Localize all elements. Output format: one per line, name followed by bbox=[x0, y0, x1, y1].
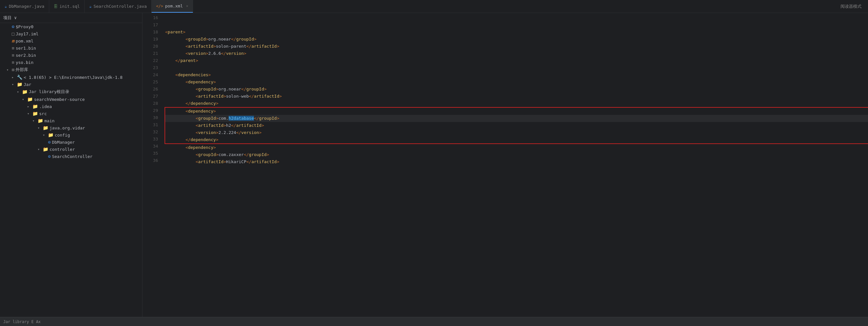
tree-item-jar[interactable]: ▾ 📁 Jar bbox=[0, 81, 142, 88]
xml-icon: </> bbox=[156, 4, 163, 8]
tree-item-idea[interactable]: ▸ 📁 .idea bbox=[0, 103, 142, 110]
tab-label: init.sql bbox=[60, 4, 80, 9]
tree-item-src[interactable]: ▾ 📁 src bbox=[0, 110, 142, 117]
expand-icon: ▾ bbox=[17, 90, 21, 94]
tree-item-label: Jar bbox=[24, 82, 31, 87]
code-line-20: <artifactId>solon-parent</artifactId> bbox=[165, 43, 868, 50]
code-line-17 bbox=[165, 21, 868, 29]
code-lines: <parent> <groupId>org.noear</groupId> <a… bbox=[162, 13, 868, 317]
tree-item-searchvmember[interactable]: ▾ 📁 searchVmember-source bbox=[0, 96, 142, 103]
code-line-16 bbox=[165, 14, 868, 21]
code-line-36: <artifactId>HikariCP</artifactId> bbox=[165, 158, 868, 165]
tree-item-label: ser1.bin bbox=[16, 46, 36, 51]
tree-item-controller[interactable]: ▾ 📁 controller bbox=[0, 146, 142, 153]
tree-item-searchcontroller[interactable]: ⊙ SearchController bbox=[0, 153, 142, 160]
code-line-23 bbox=[165, 64, 868, 71]
tree-item-label: SearchController bbox=[52, 154, 92, 159]
tab-init-sql[interactable]: 🗄 init.sql bbox=[49, 0, 85, 12]
tree-item-label: main bbox=[44, 118, 54, 123]
sidebar-title: 项目 ∨ bbox=[3, 15, 17, 21]
expand-icon: ▾ bbox=[37, 147, 41, 152]
tree-item-label: Jay17.iml bbox=[16, 31, 38, 36]
editor-content: 16 17 18 19 20 21 22 23 24 25 26 27 28 2… bbox=[143, 13, 868, 317]
code-line-21: <version>2.6.6</version> bbox=[165, 50, 868, 57]
tree-item-jdk18[interactable]: ▸ 🔧 < 1.8(65) > E:\Environment\Java\jdk-… bbox=[0, 74, 142, 81]
sidebar: 项目 ∨ ⊙ $Proxy0 □ Jay17.iml m pom.xml ≡ s… bbox=[0, 13, 143, 317]
tree-item-javaorgvidar[interactable]: ▾ 📁 java.org.vidar bbox=[0, 124, 142, 131]
expand-icon: ▾ bbox=[27, 112, 31, 116]
tab-label: SearchController.java bbox=[94, 4, 147, 9]
tree-item-ser1bin[interactable]: ≡ ser1.bin bbox=[0, 45, 142, 52]
tab-label: DbManager.java bbox=[9, 4, 44, 9]
expand-icon: ▾ bbox=[12, 82, 16, 87]
tree-item-main[interactable]: ▾ 📁 main bbox=[0, 117, 142, 124]
tab-close-button[interactable]: ✕ bbox=[186, 4, 188, 8]
java-icon: ☕ bbox=[4, 4, 7, 9]
java-icon-2: ☕ bbox=[89, 4, 91, 9]
tree-item-ser2bin[interactable]: ≡ ser2.bin bbox=[0, 52, 142, 59]
code-line-27: <artifactId>solon-web</artifactId> bbox=[165, 93, 868, 100]
jdk-icon: 🔧 bbox=[17, 75, 22, 80]
tree-item-label: controller bbox=[50, 147, 75, 152]
code-line-35: <groupId>com.zaxxer</groupId> bbox=[165, 151, 868, 158]
folder-icon-9: 📁 bbox=[43, 146, 48, 152]
tree-item-label: src bbox=[39, 111, 46, 116]
line-numbers: 16 17 18 19 20 21 22 23 24 25 26 27 28 2… bbox=[143, 13, 162, 317]
folder-icon-2: 📁 bbox=[22, 89, 28, 94]
editor-area[interactable]: 16 17 18 19 20 21 22 23 24 25 26 27 28 2… bbox=[143, 13, 868, 317]
red-border-box: <dependency> <groupId>com.h2database</gr… bbox=[164, 107, 868, 144]
sidebar-header[interactable]: 项目 ∨ bbox=[0, 13, 142, 23]
tree-item-pomxml[interactable]: m pom.xml bbox=[0, 37, 142, 45]
reader-mode-button[interactable]: 阅读器模式 bbox=[840, 4, 868, 9]
tree-item-jay17iml[interactable]: □ Jay17.iml bbox=[0, 30, 142, 37]
tree-item-label: Jar library根目录 bbox=[29, 89, 69, 95]
tree-item-jar-root[interactable]: ▾ 📁 Jar library根目录 bbox=[0, 88, 142, 96]
bin-icon-2: ≡ bbox=[12, 53, 14, 58]
library-icon: ⊞ bbox=[12, 67, 14, 72]
class-icon-3: ⊙ bbox=[48, 154, 51, 159]
code-line-29: <dependency> bbox=[165, 108, 868, 115]
code-line-19: <groupId>org.noear</groupId> bbox=[165, 36, 868, 43]
tree-item-label: < 1.8(65) > E:\Environment\Java\jdk-1.8 bbox=[24, 75, 122, 80]
code-line-22: </parent> bbox=[165, 57, 868, 64]
folder-icon-7: 📁 bbox=[43, 125, 48, 130]
tree-item-config[interactable]: ▾ 📁 config bbox=[0, 131, 142, 138]
code-line-25: <dependency> bbox=[165, 79, 868, 86]
code-line-34: <dependency> bbox=[165, 144, 868, 151]
folder-icon-6: 📁 bbox=[37, 118, 43, 123]
tab-label: pom.xml bbox=[165, 4, 183, 8]
jar-bar: Jar library E Ax bbox=[0, 317, 868, 326]
maven-icon: m bbox=[12, 38, 14, 44]
expand-icon: ▾ bbox=[37, 126, 41, 130]
tree-item-label: config bbox=[55, 133, 70, 138]
folder-icon: 📁 bbox=[17, 82, 22, 87]
folder-icon-3: 📁 bbox=[27, 97, 33, 102]
expand-icon: ▾ bbox=[43, 133, 46, 137]
file-icon: □ bbox=[12, 31, 14, 36]
code-line-33: </dependency> bbox=[165, 136, 868, 143]
tree-item-external-libs[interactable]: ▾ ⊞ 外部库 bbox=[0, 66, 142, 74]
tab-dbmanager-java[interactable]: ☕ DbManager.java bbox=[0, 0, 49, 12]
tab-pom-xml[interactable]: </> pom.xml ✕ bbox=[152, 0, 193, 12]
code-line-26: <groupId>org.noear</groupId> bbox=[165, 86, 868, 93]
sql-icon: 🗄 bbox=[54, 4, 58, 9]
tree-item-label: yso.bin bbox=[16, 60, 33, 65]
class-icon: ⊙ bbox=[12, 24, 14, 29]
tree-item-proxy0[interactable]: ⊙ $Proxy0 bbox=[0, 23, 142, 30]
tree-item-label: DbManager bbox=[52, 140, 74, 145]
folder-icon-8: 📁 bbox=[48, 132, 54, 138]
tree-item-label: .idea bbox=[39, 104, 52, 109]
tree-item-label: java.org.vidar bbox=[50, 126, 85, 130]
code-line-28: </dependency> bbox=[165, 100, 868, 107]
expand-icon: ▾ bbox=[22, 97, 26, 102]
tab-bar: ☕ DbManager.java 🗄 init.sql ☕ SearchCont… bbox=[0, 0, 868, 13]
tree-item-label: 外部库 bbox=[16, 67, 28, 73]
code-line-24: <dependencies> bbox=[165, 71, 868, 79]
tree-item-label: $Proxy0 bbox=[16, 24, 33, 29]
tree-item-ysobin[interactable]: ≡ yso.bin bbox=[0, 59, 142, 66]
tab-searchcontroller-java[interactable]: ☕ SearchController.java bbox=[85, 0, 152, 12]
code-line-32: <version>2.2.224</version> bbox=[165, 129, 868, 136]
tree-item-dbmanager[interactable]: ⊙ DbManager bbox=[0, 138, 142, 146]
folder-icon-4: 📁 bbox=[32, 104, 38, 109]
bin-icon-3: ≡ bbox=[12, 60, 14, 65]
